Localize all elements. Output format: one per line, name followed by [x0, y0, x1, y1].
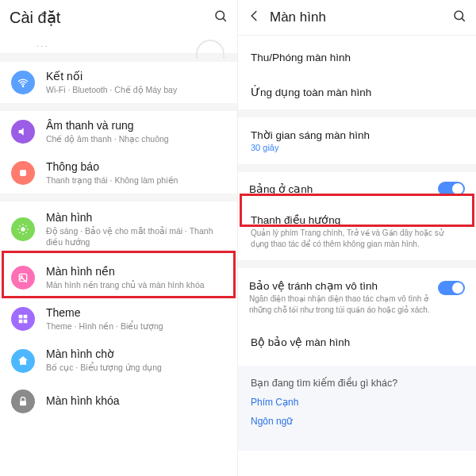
- page-title: Cài đặt: [10, 8, 60, 27]
- row-sublabel: Màn hình nền trang chủ và màn hình khóa: [46, 280, 226, 291]
- row-label: Thanh điều hướng: [251, 213, 463, 226]
- item-fullscreen-apps[interactable]: Ứng dụng toàn màn hình: [238, 75, 476, 109]
- row-label: Âm thanh và rung: [46, 119, 226, 133]
- svg-rect-15: [20, 401, 26, 405]
- settings-main-pane: Cài đặt . . . Kết nối Wi-Fi · Bluetooth …: [0, 0, 238, 476]
- row-sublabel: Quản lý phím Trang chính, Trở về và Gần …: [251, 228, 463, 249]
- display-icon: [11, 217, 35, 241]
- svg-line-1: [223, 18, 225, 21]
- display-settings-pane: Màn hình Thu/Phóng màn hình Ứng dụng toà…: [238, 0, 476, 476]
- svg-rect-3: [20, 170, 26, 176]
- row-sublabel: Theme · Hình nền · Biểu tượng: [46, 321, 226, 332]
- svg-point-2: [22, 86, 23, 86]
- row-label: Bảng ở cạnh: [249, 182, 430, 195]
- search-icon[interactable]: [452, 9, 466, 26]
- row-sublabel: Wi-Fi · Bluetooth · Chế độ Máy bay: [46, 85, 226, 96]
- settings-item-wallpaper[interactable]: Màn hình nền Màn hình nền trang chủ và m…: [0, 257, 237, 298]
- row-sublabel: Ngăn điện thoại nhận diện thao tác chạm …: [249, 294, 430, 315]
- row-label: Kết nối: [46, 70, 226, 84]
- svg-point-4: [21, 228, 25, 232]
- page-title: Màn hình: [270, 10, 326, 25]
- settings-item-display[interactable]: Màn hình Độ sáng · Bảo vệ cho mắt thoải …: [0, 202, 237, 257]
- wallpaper-icon: [11, 266, 35, 290]
- sound-icon: [11, 120, 35, 144]
- edge-panels-toggle[interactable]: [438, 182, 465, 196]
- header: Cài đặt: [0, 0, 237, 35]
- svg-line-12: [26, 226, 27, 227]
- item-screen-timeout[interactable]: Thời gian sáng màn hình 30 giây: [238, 117, 476, 164]
- footer-link-language[interactable]: Ngôn ngữ: [251, 416, 463, 427]
- wifi-icon: [11, 71, 35, 94]
- row-label: Màn hình khóa: [46, 394, 226, 409]
- settings-item-theme[interactable]: Theme Theme · Hình nền · Biểu tượng: [0, 298, 237, 340]
- row-label: Thời gian sáng màn hình: [251, 129, 463, 141]
- search-icon[interactable]: [213, 9, 228, 26]
- row-sublabel: Chế độ âm thanh · Nhạc chuông: [46, 134, 226, 145]
- row-label: Bộ bảo vệ màn hình: [251, 336, 463, 348]
- item-edge-panels[interactable]: Bảng ở cạnh: [238, 172, 476, 205]
- settings-item-connections[interactable]: Kết nối Wi-Fi · Bluetooth · Chế độ Máy b…: [0, 62, 237, 103]
- row-sublabel: 30 giây: [251, 142, 463, 153]
- footer-question: Bạn đang tìm kiếm điều gì khác?: [251, 377, 463, 389]
- row-label: Màn hình: [46, 211, 226, 225]
- row-sublabel: Thanh trạng thái · Không làm phiền: [46, 175, 226, 186]
- svg-point-0: [216, 11, 225, 20]
- home-icon: [11, 349, 35, 373]
- row-label: Bảo vệ tránh chạm vô tình: [249, 279, 430, 292]
- item-accidental-touch[interactable]: Bảo vệ tránh chạm vô tình Ngăn điện thoạ…: [238, 268, 476, 324]
- row-label: Màn hình chờ: [46, 347, 226, 362]
- accidental-touch-toggle[interactable]: [438, 281, 465, 295]
- settings-item-homescreen[interactable]: Màn hình chờ Bố cục · Biểu tượng ứng dụn…: [0, 340, 237, 381]
- svg-point-16: [455, 11, 463, 20]
- settings-item-notifications[interactable]: Thông báo Thanh trạng thái · Không làm p…: [0, 152, 237, 194]
- svg-line-11: [19, 232, 20, 233]
- svg-line-9: [19, 226, 20, 227]
- back-icon[interactable]: [248, 9, 262, 26]
- header: Màn hình: [238, 0, 476, 35]
- svg-rect-13: [19, 274, 26, 282]
- row-sublabel: Bố cục · Biểu tượng ứng dụng: [46, 363, 226, 374]
- row-label: Thông báo: [46, 160, 226, 175]
- settings-item-sound[interactable]: Âm thanh và rung Chế độ âm thanh · Nhạc …: [0, 111, 237, 152]
- theme-icon: [11, 307, 35, 331]
- lock-icon: [11, 390, 35, 413]
- item-screen-zoom[interactable]: Thu/Phóng màn hình: [238, 40, 476, 75]
- row-label: Theme: [46, 306, 226, 321]
- footer-suggestions: Bạn đang tìm kiếm điều gì khác? Phím Cạn…: [238, 366, 476, 451]
- item-screen-protector[interactable]: Bộ bảo vệ màn hình: [238, 324, 476, 359]
- settings-item-lockscreen[interactable]: Màn hình khóa: [0, 382, 237, 421]
- row-label: Ứng dụng toàn màn hình: [251, 86, 463, 98]
- row-sublabel: Độ sáng · Bảo vệ cho mắt thoải mái · Tha…: [46, 226, 226, 248]
- footer-link-edge-key[interactable]: Phím Cạnh: [251, 397, 463, 408]
- item-navigation-bar[interactable]: Thanh điều hướng Quản lý phím Trang chín…: [238, 205, 476, 260]
- svg-line-17: [462, 18, 464, 21]
- row-label: Thu/Phóng màn hình: [251, 52, 463, 63]
- notifications-icon: [11, 161, 35, 185]
- row-label: Màn hình nền: [46, 265, 226, 279]
- svg-line-10: [26, 232, 27, 233]
